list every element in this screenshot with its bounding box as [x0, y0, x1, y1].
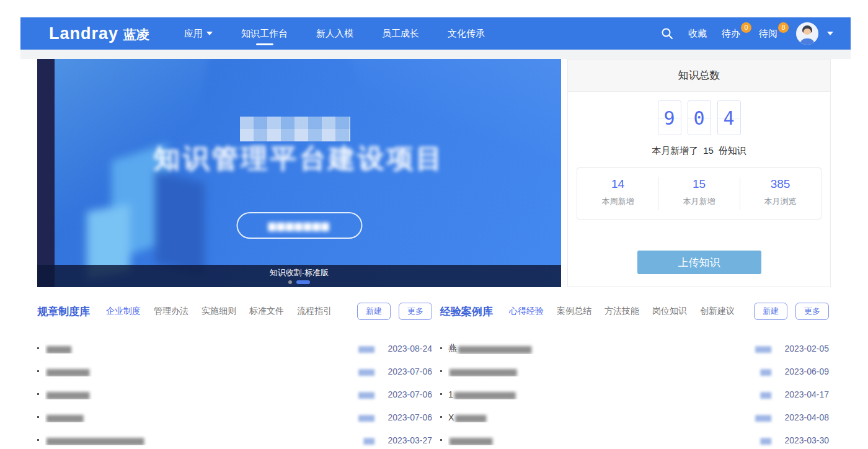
section-title[interactable]: 规章制度库 — [37, 305, 90, 319]
section-tab-4[interactable]: 创新建议 — [700, 306, 735, 317]
search-icon[interactable] — [661, 27, 673, 40]
list-item-date: 2023-03-30 — [779, 435, 829, 445]
list-item-title[interactable]: ▆▆▆▆▆▆ — [45, 412, 358, 422]
stat-value: 385 — [740, 177, 821, 191]
knowledge-section-0: 规章制度库企业制度管理办法实施细则标准文件流程指引新建更多▆▆▆▆▆▆▆2023… — [37, 302, 432, 449]
list-item-title[interactable]: ▆▆▆▆▆▆▆ — [45, 367, 358, 376]
list-item[interactable]: ▆▆▆▆▆▆▆2023-08-24 — [37, 337, 432, 360]
menu-item-4[interactable]: 文化传承 — [448, 17, 485, 50]
banner-caption: 知识收割-标准版 — [37, 267, 561, 278]
logo-text-cn: 蓝凌 — [123, 26, 149, 43]
section-tab-0[interactable]: 企业制度 — [106, 306, 141, 317]
list-item-tag: ▆▆ — [761, 390, 771, 399]
bullet-icon — [37, 416, 39, 418]
section-title[interactable]: 经验案例库 — [440, 305, 493, 319]
more-button[interactable]: 更多 — [795, 303, 829, 320]
menu-item-1[interactable]: 知识工作台 — [241, 17, 288, 50]
todo-count-badge: 0 — [741, 22, 751, 33]
list-item[interactable]: X▆▆▆▆▆▆▆▆2023-04-08 — [440, 406, 829, 429]
section-tabs: 企业制度管理办法实施细则标准文件流程指引 — [106, 306, 357, 317]
menu-item-3[interactable]: 员工成长 — [382, 17, 419, 50]
list-item[interactable]: ▆▆▆▆▆▆▆▆▆▆▆▆▆▆▆▆▆▆2023-03-27 — [37, 429, 432, 449]
nav-toread-label: 待阅 — [759, 28, 777, 38]
knowledge-list: ▆▆▆▆▆▆▆2023-08-24▆▆▆▆▆▆▆▆▆▆2023-07-06▆▆▆… — [37, 337, 432, 449]
nav-todo[interactable]: 待办 0 — [722, 28, 744, 40]
monthly-prefix: 本月新增了 — [652, 145, 698, 156]
bullet-icon — [440, 370, 442, 372]
navbar-shadow-strip — [20, 50, 851, 59]
list-item-title[interactable]: ▆▆▆▆▆▆▆▆▆▆▆ — [448, 367, 761, 376]
stat-label: 本月浏览 — [740, 196, 821, 207]
list-item[interactable]: ▆▆▆▆▆▆▆▆▆▆2023-07-06 — [37, 383, 432, 406]
nav-favorites[interactable]: 收藏 — [688, 28, 707, 40]
stats-summary-box: 14本周新增15本月新增385本月浏览 — [577, 167, 822, 220]
stat-label: 本月新增 — [658, 196, 740, 207]
section-tab-3[interactable]: 岗位知识 — [652, 306, 687, 317]
hero-banner[interactable]: 知识管理平台建设项目 ▆▆▆▆▆▆▆ 知识收割-标准版 — [37, 59, 561, 287]
top-navbar: Landray 蓝凌 应用知识工作台新人入模员工成长文化传承 收藏 待办 0 待… — [20, 17, 851, 50]
list-item-title[interactable]: X▆▆▆▆▆ — [448, 412, 755, 422]
list-item-date: 2023-04-08 — [779, 412, 829, 422]
banner-pill-button[interactable]: ▆▆▆▆▆▆▆ — [236, 212, 362, 239]
knowledge-portal-page: Landray 蓝凌 应用知识工作台新人入模员工成长文化传承 收藏 待办 0 待… — [0, 0, 868, 449]
list-item-tag: ▆▆ — [364, 436, 374, 445]
list-item-date: 2023-07-06 — [383, 412, 432, 422]
list-item-date: 2023-03-27 — [383, 435, 432, 445]
avatar-face — [804, 29, 811, 35]
list-item-title[interactable]: ▆▆▆▆▆▆▆ — [45, 389, 358, 399]
menu-item-0[interactable]: 应用 — [184, 17, 213, 50]
digit-box-0: 9 — [658, 100, 681, 135]
section-tab-2[interactable]: 实施细则 — [202, 306, 236, 317]
section-tab-3[interactable]: 标准文件 — [249, 306, 284, 317]
list-item-title[interactable]: 燕▆▆▆▆▆▆▆▆▆▆▆▆ — [448, 343, 755, 354]
section-tab-0[interactable]: 心得经验 — [509, 306, 544, 317]
list-item-title[interactable]: 1▆▆▆▆▆▆▆▆▆▆ — [448, 389, 761, 399]
list-item-tag: ▆▆▆ — [358, 413, 374, 422]
banner-title: 知识管理平台建设项目 — [37, 141, 561, 177]
nav-toread[interactable]: 待阅 8 — [759, 28, 781, 40]
stat-value: 15 — [658, 177, 740, 191]
list-item[interactable]: ▆▆▆▆▆▆▆▆▆▆2023-07-06 — [37, 360, 432, 383]
menu-item-2[interactable]: 新人入模 — [316, 17, 353, 50]
user-avatar[interactable] — [796, 22, 818, 45]
list-item-title[interactable]: ▆▆▆▆▆▆▆▆▆▆▆▆▆▆▆▆ — [45, 435, 364, 445]
list-item-date: 2023-06-09 — [779, 367, 829, 376]
monthly-count: 15 — [703, 145, 714, 156]
list-item[interactable]: ▆▆▆▆▆▆▆▆▆2023-07-06 — [37, 406, 432, 429]
list-item-tag: ▆▆▆ — [358, 390, 374, 399]
list-item-tag: ▆▆ — [761, 436, 771, 445]
stat-col-1: 15本月新增 — [658, 168, 740, 219]
stat-col-0: 14本周新增 — [577, 168, 658, 219]
digit-box-2: 4 — [717, 100, 741, 135]
new-button[interactable]: 新建 — [357, 303, 391, 320]
monthly-added-line: 本月新增了15份知识 — [568, 145, 830, 157]
toread-count-badge: 8 — [778, 22, 789, 33]
knowledge-list: 燕▆▆▆▆▆▆▆▆▆▆▆▆▆▆▆2023-02-05▆▆▆▆▆▆▆▆▆▆▆▆▆2… — [440, 337, 829, 449]
more-button[interactable]: 更多 — [399, 303, 432, 320]
list-item[interactable]: 燕▆▆▆▆▆▆▆▆▆▆▆▆▆▆▆2023-02-05 — [440, 337, 829, 360]
carousel-dot-0[interactable] — [288, 280, 292, 284]
avatar-body — [800, 38, 815, 45]
chevron-down-icon[interactable] — [827, 32, 833, 35]
banner-caption-bar: 知识收割-标准版 — [37, 265, 561, 287]
carousel-dot-1[interactable] — [296, 280, 310, 284]
list-item-title[interactable]: ▆▆▆▆ — [45, 344, 358, 353]
section-tab-1[interactable]: 管理办法 — [154, 306, 188, 317]
upload-knowledge-button[interactable]: 上传知识 — [637, 251, 761, 274]
banner-pill-label: ▆▆▆▆▆▆▆ — [268, 220, 330, 231]
section-tab-4[interactable]: 流程指引 — [297, 306, 332, 317]
landray-logo[interactable]: Landray 蓝凌 — [49, 24, 149, 43]
list-item-tag: ▆▆▆ — [358, 344, 374, 353]
list-item-title[interactable]: ▆▆▆▆▆▆▆ — [448, 435, 761, 445]
list-item-tag: ▆▆▆ — [358, 367, 374, 376]
list-item-tag: ▆▆ — [761, 367, 771, 376]
list-item[interactable]: 1▆▆▆▆▆▆▆▆▆▆▆▆2023-04-17 — [440, 383, 829, 406]
section-tab-1[interactable]: 案例总结 — [557, 306, 591, 317]
bullet-icon — [37, 370, 39, 372]
logo-text-en: Landray — [49, 24, 118, 43]
new-button[interactable]: 新建 — [754, 303, 787, 320]
list-item[interactable]: ▆▆▆▆▆▆▆▆▆2023-03-30 — [440, 429, 829, 449]
list-item[interactable]: ▆▆▆▆▆▆▆▆▆▆▆▆▆2023-06-09 — [440, 360, 829, 383]
chevron-down-icon — [206, 32, 213, 35]
section-tab-2[interactable]: 方法技能 — [604, 306, 639, 317]
